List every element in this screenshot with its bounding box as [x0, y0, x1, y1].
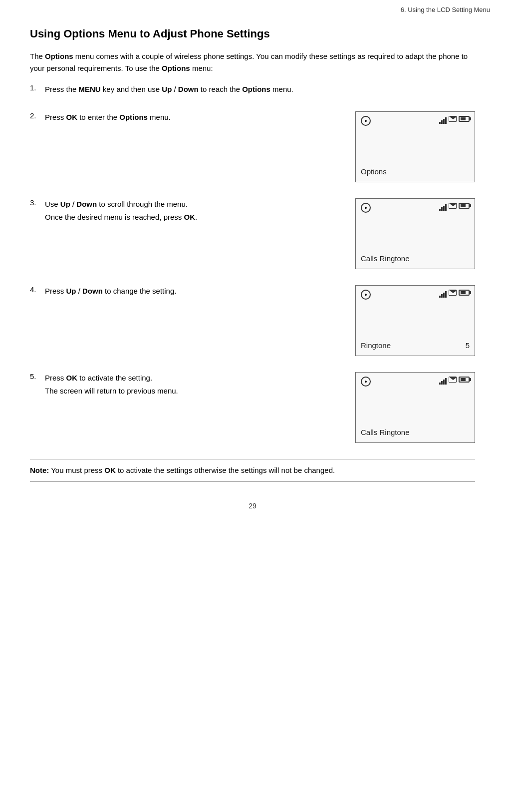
- lock-icon-4: ●: [361, 290, 371, 300]
- note-section: Note: You must press OK to activate the …: [30, 459, 475, 482]
- lock-icon-5: ●: [361, 377, 371, 387]
- status-icons-4: [439, 290, 470, 298]
- step-content-2: Press OK to enter the Options menu.: [45, 111, 345, 123]
- lcd-text-calls-ringtone-5: Calls Ringtone: [361, 389, 470, 438]
- step-number-5: 5.: [30, 372, 45, 381]
- lcd-text-calls-ringtone-3: Calls Ringtone: [361, 215, 470, 265]
- ringtone-value: 5: [466, 341, 470, 350]
- step-subtext-3: Once the desired menu is reached, press …: [45, 211, 345, 223]
- intro-paragraph: The Options menu comes with a couple of …: [30, 50, 475, 74]
- step-content-5: Press OK to activate the setting. The sc…: [45, 372, 345, 397]
- battery-icon-4: [459, 290, 470, 296]
- step-4: 4. Press Up / Down to change the setting…: [30, 285, 475, 356]
- page-header: 6. Using the LCD Setting Menu: [0, 0, 505, 17]
- step-1: 1. Press the MENU key and then use Up / …: [30, 83, 475, 95]
- battery-icon-5: [459, 377, 470, 383]
- envelope-icon-4: [449, 290, 457, 296]
- step-number-4: 4.: [30, 285, 45, 294]
- envelope-icon-5: [449, 377, 457, 383]
- envelope-icon-3: [449, 203, 457, 209]
- status-icons-3: [439, 203, 470, 211]
- step-content-1: Press the MENU key and then use Up / Dow…: [45, 83, 475, 95]
- lock-icon-3: ●: [361, 203, 371, 213]
- page-number: 29: [30, 502, 475, 510]
- battery-icon: [459, 116, 470, 122]
- steps-list: 1. Press the MENU key and then use Up / …: [30, 83, 475, 443]
- status-icons-5: [439, 377, 470, 385]
- step-number-3: 3.: [30, 198, 45, 207]
- note-text: You must press OK to activate the settin…: [51, 466, 335, 474]
- signal-icon-3: [439, 203, 447, 211]
- status-icons: [439, 116, 470, 124]
- step-image-3: ●: [355, 198, 475, 269]
- envelope-icon: [449, 116, 457, 122]
- page-title: Using Options Menu to Adjust Phone Setti…: [30, 27, 475, 40]
- lcd-text-options: Options: [361, 128, 470, 178]
- step-number-1: 1.: [30, 83, 45, 92]
- step-content-3: Use Up / Down to scroll through the menu…: [45, 198, 345, 223]
- battery-icon-3: [459, 203, 470, 209]
- signal-icon-5: [439, 377, 447, 385]
- step-content-4: Press Up / Down to change the setting.: [45, 285, 345, 297]
- step-3: 3. Use Up / Down to scroll through the m…: [30, 198, 475, 269]
- ringtone-label: Ringtone: [361, 341, 391, 350]
- lcd-text-ringtone-4: Ringtone 5: [361, 302, 470, 352]
- note-label: Note:: [30, 466, 49, 474]
- step-5: 5. Press OK to activate the setting. The…: [30, 372, 475, 443]
- step-2: 2. Press OK to enter the Options menu. ●: [30, 111, 475, 182]
- step-image-4: ●: [355, 285, 475, 356]
- signal-icon-4: [439, 290, 447, 298]
- step-image-2: ●: [355, 111, 475, 182]
- step-number-2: 2.: [30, 111, 45, 120]
- step-image-5: ●: [355, 372, 475, 443]
- step-subtext-5: The screen will return to previous menu.: [45, 385, 345, 397]
- signal-icon: [439, 116, 447, 124]
- lock-icon: ●: [361, 116, 371, 126]
